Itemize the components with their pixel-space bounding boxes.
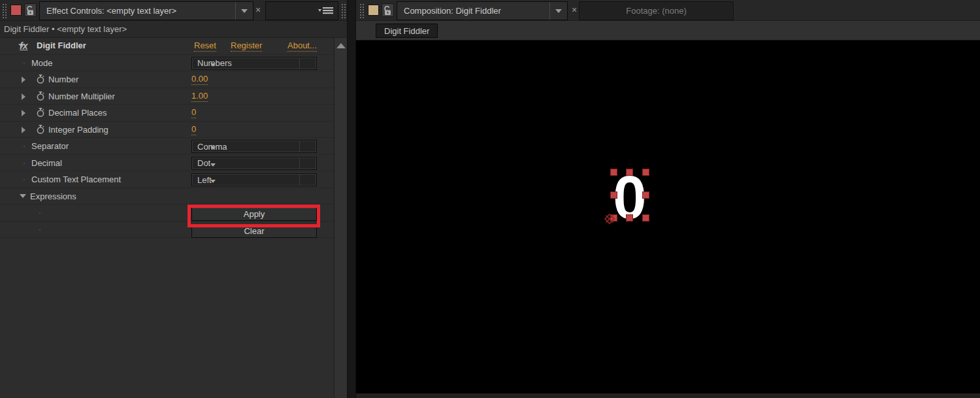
- panel-color-chip-icon: [10, 5, 22, 16]
- expand-param-icon[interactable]: [22, 127, 25, 133]
- expand-param-icon[interactable]: [22, 110, 25, 116]
- selection-handle[interactable]: [642, 191, 649, 199]
- param-row-number: Number 0.00: [0, 71, 334, 88]
- decimal-dropdown[interactable]: Dot: [191, 157, 317, 170]
- tab-effect-controls[interactable]: Effect Controls: <empty text layer>: [39, 1, 253, 20]
- stopwatch-icon[interactable]: [36, 75, 45, 84]
- selection-handle[interactable]: [626, 214, 633, 222]
- expand-param-icon[interactable]: [22, 76, 25, 83]
- decimal-places-value[interactable]: 0: [191, 107, 196, 118]
- composition-viewer-bar: Digit Fiddler: [356, 21, 980, 41]
- param-label: Separator: [31, 141, 69, 151]
- panel-menu-icon[interactable]: [318, 7, 334, 16]
- panel-grip-icon[interactable]: [1, 3, 7, 18]
- param-label: Custom Text Placement: [31, 174, 121, 184]
- tab-composition[interactable]: Composition: Digit Fiddler: [397, 1, 568, 20]
- param-row-decimal: Decimal Dot: [0, 155, 334, 172]
- row-dot: [24, 179, 25, 180]
- anchor-point-icon[interactable]: [603, 212, 616, 225]
- param-label: Integer Padding: [48, 125, 108, 135]
- lock-icon[interactable]: [382, 3, 394, 17]
- tabbar-spacer: [265, 1, 338, 20]
- row-dot: [39, 212, 41, 214]
- effect-selection-header: Digit Fiddler • <empty text layer>: [0, 21, 347, 38]
- param-row-separator: Separator Comma: [0, 138, 334, 155]
- row-dot: [24, 63, 25, 64]
- lock-icon[interactable]: [24, 3, 37, 17]
- collapse-group-icon[interactable]: [20, 194, 26, 198]
- expand-param-icon[interactable]: [22, 93, 25, 100]
- tab-effect-controls-label: Effect Controls: <empty text layer>: [40, 6, 183, 16]
- row-dot: [39, 229, 41, 231]
- selection-header-label: Digit Fiddler • <empty text layer>: [0, 24, 127, 34]
- chevron-down-icon: [210, 180, 216, 183]
- chevron-down-icon: [555, 9, 562, 13]
- composition-panel: Composition: Digit Fiddler × Footage: (n…: [356, 0, 980, 398]
- vertical-scrollbar[interactable]: [334, 38, 347, 398]
- panel-divider[interactable]: [347, 0, 356, 398]
- param-row-mode: Mode Numbers: [0, 55, 334, 72]
- decimal-dropdown-value: Dot: [192, 158, 299, 168]
- highlight-rectangle: [188, 205, 320, 227]
- separator-dropdown-value: Comma: [192, 142, 299, 152]
- effect-controls-tabbar: Effect Controls: <empty text layer> ×: [0, 0, 347, 21]
- number-multiplier-value[interactable]: 1.00: [191, 91, 208, 102]
- about-link[interactable]: About...: [287, 41, 317, 52]
- tab-footage[interactable]: Footage: (none): [579, 1, 734, 20]
- selection-handle[interactable]: [642, 214, 649, 222]
- param-label: Number Multiplier: [48, 91, 115, 101]
- dropdown-arrow-button[interactable]: [299, 174, 316, 186]
- mode-dropdown-value: Numbers: [192, 58, 299, 68]
- fx-icon[interactable]: fx: [20, 41, 27, 51]
- selection-handle[interactable]: [610, 169, 617, 176]
- separator-dropdown[interactable]: Comma: [191, 140, 317, 153]
- panel-color-chip-icon: [368, 5, 379, 16]
- reset-link[interactable]: Reset: [194, 41, 216, 52]
- effect-controls-panel: Effect Controls: <empty text layer> × Di…: [0, 0, 347, 398]
- chevron-down-icon: [210, 146, 216, 150]
- composition-viewport[interactable]: 0: [356, 41, 980, 393]
- stopwatch-icon[interactable]: [36, 125, 45, 135]
- composition-viewer-tab-label: Digit Fiddler: [384, 26, 429, 36]
- param-label: Decimal: [31, 158, 62, 168]
- param-label: Mode: [31, 58, 53, 68]
- param-label: Decimal Places: [48, 108, 107, 118]
- composition-tabbar: Composition: Digit Fiddler × Footage: (n…: [356, 0, 980, 21]
- composition-viewer-tab[interactable]: Digit Fiddler: [376, 24, 438, 38]
- custom-text-placement-dropdown-value: Left: [192, 175, 299, 185]
- row-dot: [24, 146, 25, 147]
- scroll-up-arrow-icon[interactable]: [336, 43, 346, 48]
- selection-handle[interactable]: [642, 169, 649, 176]
- panel-grip-icon[interactable]: [359, 3, 365, 18]
- after-effects-workspace: Effect Controls: <empty text layer> × Di…: [0, 0, 980, 398]
- mode-dropdown[interactable]: Numbers: [191, 57, 317, 70]
- dropdown-arrow-button[interactable]: [299, 158, 316, 169]
- tab-dropdown-button[interactable]: [235, 2, 253, 20]
- dropdown-arrow-button[interactable]: [299, 58, 316, 69]
- effect-name: Digit Fiddler: [37, 41, 86, 50]
- number-value[interactable]: 0.00: [191, 74, 208, 85]
- tab-composition-label: Composition: Digit Fiddler: [397, 6, 508, 16]
- param-row-custom-text-placement: Custom Text Placement Left: [0, 171, 334, 188]
- panel-grip-icon[interactable]: [340, 3, 346, 18]
- chevron-down-icon: [210, 163, 216, 167]
- param-row-integer-padding: Integer Padding 0: [0, 122, 334, 139]
- dropdown-arrow-button[interactable]: [299, 141, 316, 152]
- custom-text-placement-dropdown[interactable]: Left: [191, 173, 317, 186]
- tab-dropdown-button[interactable]: [549, 2, 567, 20]
- stopwatch-icon[interactable]: [36, 91, 45, 101]
- param-row-decimal-places: Decimal Places 0: [0, 105, 334, 122]
- close-tab-button[interactable]: ×: [572, 5, 577, 14]
- group-label: Expressions: [30, 191, 76, 201]
- chevron-down-icon: [210, 63, 216, 67]
- register-link[interactable]: Register: [231, 41, 262, 52]
- integer-padding-value[interactable]: 0: [191, 124, 196, 135]
- selection-handle[interactable]: [610, 191, 617, 199]
- stopwatch-icon[interactable]: [36, 108, 45, 118]
- composition-bottom-strip: [356, 393, 980, 398]
- close-tab-button[interactable]: ×: [255, 5, 261, 14]
- effect-header-row: fx Digit Fiddler Reset Register About...: [0, 38, 334, 55]
- row-dot: [24, 163, 25, 164]
- selection-handle[interactable]: [626, 169, 633, 176]
- param-row-number-multiplier: Number Multiplier 1.00: [0, 88, 334, 105]
